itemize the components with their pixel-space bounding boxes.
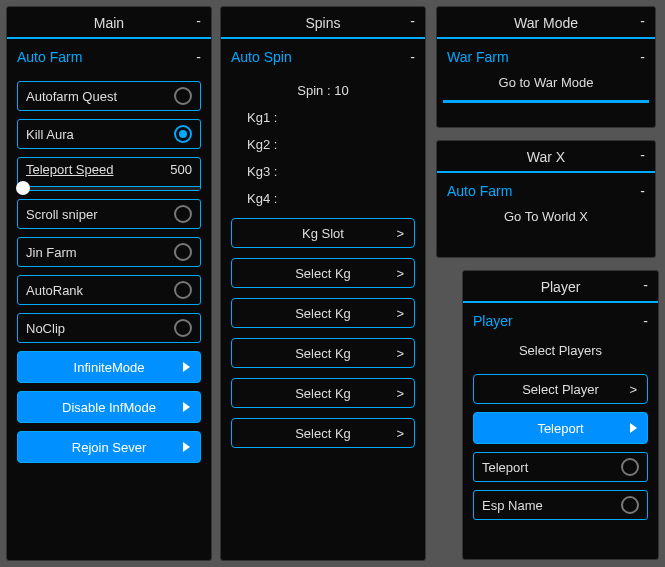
arrow-right-icon (183, 402, 190, 412)
select-kg-5[interactable]: Select Kg > (231, 418, 415, 448)
button-rejoin-server[interactable]: Rejoin Sever (17, 431, 201, 463)
chevron-right-icon: > (396, 386, 404, 401)
panel-warx: War X - Auto Farm - Go To World X (436, 140, 656, 258)
arrow-right-icon (183, 442, 190, 452)
chevron-right-icon: > (396, 226, 404, 241)
panel-spins-title[interactable]: Spins - (221, 7, 425, 39)
chevron-right-icon: > (629, 382, 637, 397)
radio-icon (621, 458, 639, 476)
section-collapse-icon[interactable]: - (196, 49, 201, 65)
collapse-icon[interactable]: - (640, 147, 645, 163)
chevron-right-icon: > (396, 266, 404, 281)
toggle-teleport[interactable]: Teleport (473, 452, 648, 482)
section-collapse-icon[interactable]: - (640, 49, 645, 65)
section-autospin: Auto Spin - (221, 39, 425, 67)
section-warfarm: War Farm - (437, 39, 655, 67)
select-player[interactable]: Select Player > (473, 374, 648, 404)
arrow-right-icon (630, 423, 637, 433)
toggle-autorank[interactable]: AutoRank (17, 275, 201, 305)
select-kg-3[interactable]: Select Kg > (231, 338, 415, 368)
collapse-icon[interactable]: - (196, 13, 201, 29)
kg2-label: Kg2 : (231, 127, 415, 154)
panel-warx-title[interactable]: War X - (437, 141, 655, 173)
section-player: Player - (463, 303, 658, 331)
radio-icon (174, 281, 192, 299)
panel-player-body: Select Players Select Player > Teleport … (463, 331, 658, 530)
radio-icon (174, 319, 192, 337)
toggle-jin-farm[interactable]: Jin Farm (17, 237, 201, 267)
button-infinitemode[interactable]: InfiniteMode (17, 351, 201, 383)
panel-warmode-title[interactable]: War Mode - (437, 7, 655, 39)
toggle-esp-name[interactable]: Esp Name (473, 490, 648, 520)
slider-teleport-speed[interactable]: Teleport Speed 500 (17, 157, 201, 191)
button-teleport[interactable]: Teleport (473, 412, 648, 444)
radio-icon (174, 87, 192, 105)
select-kg-2[interactable]: Select Kg > (231, 298, 415, 328)
collapse-icon[interactable]: - (410, 13, 415, 29)
panel-main-title[interactable]: Main - (7, 7, 211, 39)
collapse-icon[interactable]: - (640, 13, 645, 29)
section-collapse-icon[interactable]: - (410, 49, 415, 65)
radio-icon (174, 125, 192, 143)
section-collapse-icon[interactable]: - (643, 313, 648, 329)
section-collapse-icon[interactable]: - (640, 183, 645, 199)
collapse-icon[interactable]: - (643, 277, 648, 293)
slider-thumb[interactable] (16, 181, 30, 195)
button-disable-infmode[interactable]: Disable InfMode (17, 391, 201, 423)
toggle-scroll-sniper[interactable]: Scroll sniper (17, 199, 201, 229)
chevron-right-icon: > (396, 306, 404, 321)
section-warx-autofarm: Auto Farm - (437, 173, 655, 201)
spin-count: Spin : 10 (231, 73, 415, 100)
panel-warmode: War Mode - War Farm - Go to War Mode (436, 6, 656, 128)
title-text: Main (94, 15, 124, 31)
chevron-right-icon: > (396, 346, 404, 361)
chevron-right-icon: > (396, 426, 404, 441)
panel-spins-body: Spin : 10 Kg1 : Kg2 : Kg3 : Kg4 : Kg Slo… (221, 67, 425, 458)
kg3-label: Kg3 : (231, 154, 415, 181)
radio-icon (174, 205, 192, 223)
go-to-world-x[interactable]: Go To World X (437, 201, 655, 232)
panel-main-body: Autofarm Quest Kill Aura Teleport Speed … (7, 67, 211, 473)
panel-main: Main - Auto Farm - Autofarm Quest Kill A… (6, 6, 212, 561)
select-kg-4[interactable]: Select Kg > (231, 378, 415, 408)
kg1-label: Kg1 : (231, 100, 415, 127)
panel-spins: Spins - Auto Spin - Spin : 10 Kg1 : Kg2 … (220, 6, 426, 561)
toggle-noclip[interactable]: NoClip (17, 313, 201, 343)
toggle-autofarm-quest[interactable]: Autofarm Quest (17, 81, 201, 111)
select-players-label: Select Players (473, 337, 648, 364)
panel-player: Player - Player - Select Players Select … (462, 270, 659, 560)
divider (443, 100, 649, 103)
section-autofarm: Auto Farm - (7, 39, 211, 67)
radio-icon (174, 243, 192, 261)
radio-icon (621, 496, 639, 514)
select-kg-1[interactable]: Select Kg > (231, 258, 415, 288)
panel-player-title[interactable]: Player - (463, 271, 658, 303)
select-kg-slot[interactable]: Kg Slot > (231, 218, 415, 248)
kg4-label: Kg4 : (231, 181, 415, 208)
go-to-war-mode[interactable]: Go to War Mode (437, 67, 655, 98)
toggle-kill-aura[interactable]: Kill Aura (17, 119, 201, 149)
arrow-right-icon (183, 362, 190, 372)
